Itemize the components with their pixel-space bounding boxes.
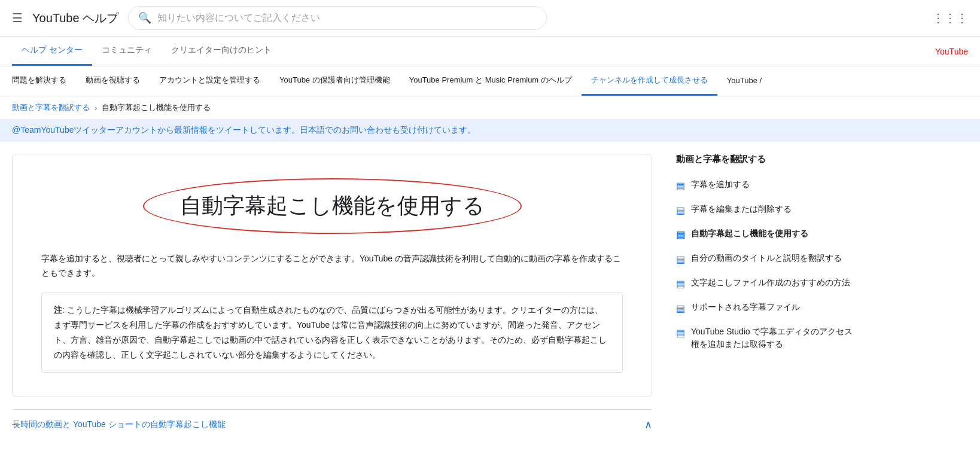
nav-item-help-center[interactable]: ヘルプ センター [12,36,92,66]
sidebar-section-title: 動画と字幕を翻訳する [676,154,856,165]
article-title-oval: 自動字幕起こし機能を使用する [143,178,522,234]
sidebar-item-label-2: 字幕を編集または削除する [691,203,792,215]
main-content: 自動字幕起こし機能を使用する 字幕を追加すると、視聴者にとって親しみやすいコンテ… [12,154,652,440]
app-logo: YouTube ヘルプ [32,10,118,26]
sidebar-item-label-1: 字幕を追加する [691,178,750,191]
search-input[interactable] [157,13,537,23]
article-note: 注: こうした字幕は機械学習アルゴリズムによって自動生成されたものなので、品質に… [41,293,623,373]
article-card: 自動字幕起こし機能を使用する 字幕を追加すると、視聴者にとって親しみやすいコンテ… [12,154,652,397]
document-icon-3: ▤ [676,228,685,242]
nav-account[interactable]: アカウントと設定を管理する [150,66,270,96]
menu-icon[interactable]: ☰ [12,11,23,25]
main-layout: 自動字幕起こし機能を使用する 字幕を追加すると、視聴者にとって親しみやすいコンテ… [0,142,980,452]
sidebar-item-transcript-tips[interactable]: ▤ 文字起こしファイル作成のおすすめの方法 [676,272,856,296]
article-note-label: 注: [54,305,67,315]
breadcrumb-separator: › [95,103,97,112]
sidebar-item-label-4: 自分の動画のタイトルと説明を翻訳する [691,252,842,264]
sidebar-item-label-7: YouTube Studio で字幕エディタのアクセス権を追加または取得する [691,325,856,351]
article-intro: 字幕を追加すると、視聴者にとって親しみやすいコンテンツにすることができます。Yo… [41,252,623,281]
second-nav: 問題を解決する 動画を視聴する アカウントと設定を管理する YouTube の保… [0,66,980,96]
sidebar-item-label-5: 文字起こしファイル作成のおすすめの方法 [691,276,850,289]
document-icon-2: ▤ [676,203,685,218]
nav-troubleshoot[interactable]: 問題を解決する [12,66,76,96]
sidebar-item-label-3: 自動字幕起こし機能を使用する [691,227,808,240]
search-icon: 🔍 [138,11,151,25]
breadcrumb-parent[interactable]: 動画と字幕を翻訳する [12,102,90,113]
info-banner: @TeamYouTubeツイッターアカウントから最新情報をツイートしています。日… [0,119,980,142]
breadcrumb-current: 自動字幕起こし機能を使用する [102,102,211,113]
banner-text: @TeamYouTubeツイッターアカウントから最新情報をツイートしています。日… [12,125,476,135]
sidebar-item-edit-captions[interactable]: ▤ 字幕を編集または削除する [676,198,856,223]
document-icon-1: ▤ [676,179,685,193]
sidebar: 動画と字幕を翻訳する ▤ 字幕を追加する ▤ 字幕を編集または削除する ▤ 自動… [676,154,856,440]
apps-icon[interactable]: ⋮⋮⋮ [932,11,968,25]
nav-watch[interactable]: 動画を視聴する [76,66,150,96]
sidebar-item-studio-editor[interactable]: ▤ YouTube Studio で字幕エディタのアクセス権を追加または取得する [676,321,856,355]
expand-section-title: 長時間の動画と YouTube ショートの自動字幕起こし機能 [12,419,226,430]
article-note-text: こうした字幕は機械学習アルゴリズムによって自動生成されたものなので、品質にばらつ… [54,305,607,360]
document-icon-4: ▤ [676,252,685,267]
sidebar-item-supported-files[interactable]: ▤ サポートされる字幕ファイル [676,296,856,321]
nav-parental[interactable]: YouTube の保護者向け管理機能 [270,66,400,96]
expand-section[interactable]: 長時間の動画と YouTube ショートの自動字幕起こし機能 ∧ [12,409,652,440]
article-title-wrapper: 自動字幕起こし機能を使用する [41,178,623,234]
document-icon-5: ▤ [676,277,685,291]
expand-chevron-icon: ∧ [644,418,652,431]
nav-premium[interactable]: YouTube Premium と Music Premium のヘルプ [400,66,582,96]
document-icon-6: ▤ [676,301,685,316]
nav-channel[interactable]: チャンネルを作成して成長させる [582,66,717,96]
header: ☰ YouTube ヘルプ 🔍 ⋮⋮⋮ [0,0,980,36]
top-nav: ヘルプ センター コミュニティ クリエイター向けのヒント YouTube [0,36,980,66]
sidebar-item-label-6: サポートされる字幕ファイル [691,301,800,313]
nav-item-community[interactable]: コミュニティ [92,36,162,66]
document-icon-7: ▤ [676,326,685,340]
nav-more[interactable]: YouTube / [717,68,771,95]
sidebar-item-translate-title[interactable]: ▤ 自分の動画のタイトルと説明を翻訳する [676,247,856,272]
search-bar[interactable]: 🔍 [128,6,547,30]
article-title: 自動字幕起こし機能を使用する [180,191,485,221]
breadcrumb: 動画と字幕を翻訳する › 自動字幕起こし機能を使用する [0,96,980,119]
sidebar-item-add-captions[interactable]: ▤ 字幕を追加する [676,173,856,198]
sidebar-item-auto-captions[interactable]: ▤ 自動字幕起こし機能を使用する [676,223,856,247]
nav-item-creator-hints[interactable]: クリエイター向けのヒント [162,36,281,66]
youtube-brand-link[interactable]: YouTube [935,38,968,65]
